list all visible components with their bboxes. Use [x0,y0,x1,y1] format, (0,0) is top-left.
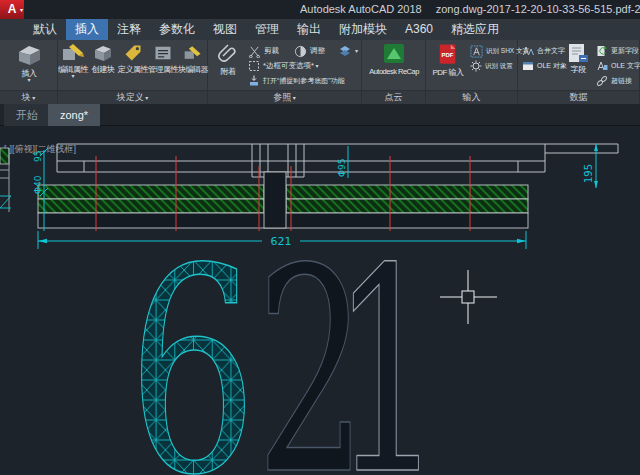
define-attributes-button[interactable]: 定义属性 [118,42,148,74]
panel-footer-data[interactable]: 数据 [518,90,639,104]
ole-object-icon [522,60,534,72]
drawing-canvas[interactable]: [-][俯视][二维线框] [0,126,640,475]
combine-text-button[interactable]: 合并文字 [522,44,565,58]
panel-point-cloud: Autodesk ReCap 点云 [362,40,426,104]
update-fields-label: 更新字段 [611,44,639,58]
tab-manage[interactable]: 管理 [246,19,288,40]
file-tab-zong[interactable]: zong* [48,104,100,126]
document-title: zong.dwg-2017-12-20-10-33-56-515.pdf-201… [436,3,640,15]
field-label: 字段 [564,65,592,74]
adjust-label: 调整 [310,44,325,58]
insert-block-icon [16,43,42,67]
ole-text-icon [596,60,608,72]
attach-button[interactable]: 附着 [212,42,244,76]
app-menu-button[interactable]: A [0,0,24,19]
frame-option-label: *边框可变选项* [263,59,319,73]
title-bar: A Autodesk AutoCAD 2018zong.dwg-2017-12-… [0,0,640,19]
manage-attributes-icon [153,43,173,63]
hyperlink-label: 超链接 [611,74,632,88]
update-fields-icon [596,45,608,57]
tab-default[interactable]: 默认 [24,19,66,40]
ribbon: 插入 块 编辑属性 创建块 [0,40,640,104]
frame-option-dropdown[interactable]: *边框可变选项* [248,59,319,73]
insert-block-button[interactable]: 插入 [2,42,56,83]
field-button[interactable]: 字段 [564,42,592,74]
adjust-button[interactable]: 调整 [294,44,325,58]
adjust-icon [294,45,307,58]
panel-footer-block-definition[interactable]: 块定义 [58,90,207,104]
update-fields-button[interactable]: 更新字段 [596,44,639,58]
panel-reference: 附着 剪裁 调整 [208,40,362,104]
file-tab-start[interactable]: 开始 [4,104,50,126]
big-digit-6: 6 [128,208,257,475]
tab-output[interactable]: 输出 [288,19,330,40]
settings-gear-icon [470,60,482,72]
underlay-layers-dropdown-icon [355,44,358,58]
panel-footer-block[interactable]: 块 [0,90,57,104]
clip-button[interactable]: 剪裁 [248,44,279,58]
define-attributes-label: 定义属性 [118,65,148,74]
tab-addins[interactable]: 附加模块 [330,19,396,40]
snap-to-underlay-toggle[interactable]: 打开“捕捉到参考底图”功能 [248,74,345,88]
app-title: Autodesk AutoCAD 2018 [300,3,422,15]
dim-left-top: 95 [33,151,43,162]
edit-attribute-icon [61,43,85,63]
ribbon-tab-bar: 默认 插入 注释 参数化 视图 管理 输出 附加模块 A360 精选应用 [0,19,640,40]
hyperlink-button[interactable]: 超链接 [596,74,632,88]
clip-label: 剪裁 [264,44,279,58]
tab-featured-apps[interactable]: 精选应用 [442,19,508,40]
crosshair [440,270,497,324]
recognition-settings-label: 识别 设置 [485,59,513,73]
tab-parametric[interactable]: 参数化 [150,19,204,40]
svg-text:PDF: PDF [442,52,454,58]
tab-annotate[interactable]: 注释 [108,19,150,40]
combine-text-label: 合并文字 [537,44,565,58]
attach-label: 附着 [212,67,244,76]
panel-block: 插入 块 [0,40,58,104]
edit-attribute-dropdown-icon[interactable] [58,74,88,79]
drawing-svg: [-][俯视][二维线框] [0,126,640,475]
create-block-label: 创建块 [88,65,118,74]
pdf-import-icon: PDF [437,43,459,66]
tab-view[interactable]: 视图 [204,19,246,40]
frame-option-icon [248,60,260,72]
tab-insert[interactable]: 插入 [66,19,108,40]
dim-middle: Φ95 [337,158,347,177]
combine-text-icon [522,45,534,57]
dim-right: 195 [583,164,594,183]
tab-a360[interactable]: A360 [396,19,442,40]
ole-object-label: OLE 对象 [537,59,567,73]
autocad-window: A Autodesk AutoCAD 2018zong.dwg-2017-12-… [0,0,640,475]
window-title: Autodesk AutoCAD 2018zong.dwg-2017-12-20… [300,0,640,19]
edit-attribute-button[interactable]: 编辑属性 [58,42,88,79]
clip-icon [248,45,261,58]
field-icon [567,43,589,63]
recap-label: Autodesk ReCap [368,67,420,76]
ole-text-button[interactable]: OLE 文字 [596,59,640,73]
create-block-icon [93,43,113,63]
panel-footer-reference[interactable]: 参照 [208,90,361,104]
create-block-button[interactable]: 创建块 [88,42,118,74]
attach-icon [216,43,240,65]
manage-attributes-button[interactable]: 管理属性 [148,42,178,74]
big-text-621: 6 2 1 [128,208,443,475]
ole-object-button[interactable]: OLE 对象 [522,59,567,73]
block-editor-label: 块编辑器 [178,65,208,74]
file-tab-bar: 开始 zong* [0,104,640,126]
block-editor-button[interactable]: 块编辑器 [178,42,208,74]
pdf-import-label: PDF 输入 [428,68,468,77]
left-edge-fragment [0,148,11,212]
pdf-import-button[interactable]: PDF PDF 输入 [428,42,468,77]
hyperlink-icon [596,75,608,87]
recap-icon [381,43,407,65]
panel-footer-import[interactable]: 输入 [426,90,517,104]
panel-footer-point-cloud[interactable]: 点云 [362,90,425,104]
block-editor-icon [183,43,203,63]
panel-block-definition: 编辑属性 创建块 定义属性 [58,40,208,104]
panel-data: 合并文字 OLE 对象 字段 [518,40,640,104]
underlay-layers-button[interactable] [338,44,358,58]
recognition-settings-button[interactable]: 识别 设置 [470,59,513,73]
dim-left: Φ40 [33,175,43,194]
autodesk-recap-button[interactable]: Autodesk ReCap [368,42,420,76]
insert-dropdown-icon[interactable] [2,78,56,83]
